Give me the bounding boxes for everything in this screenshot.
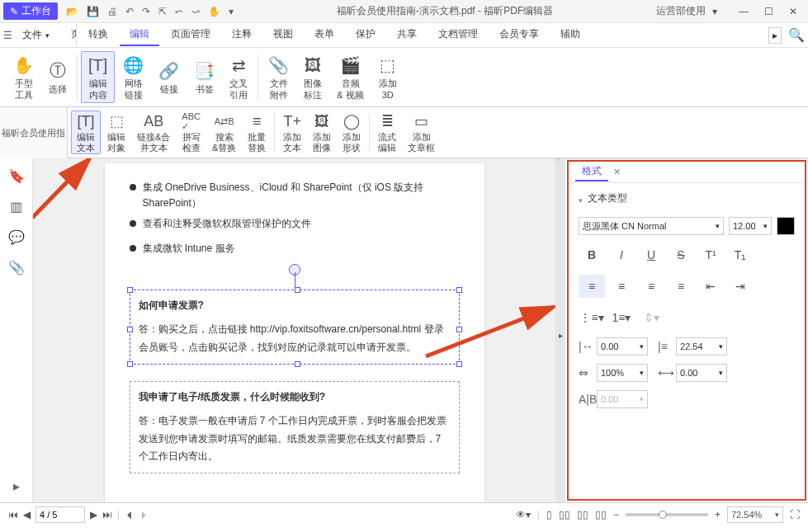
facing-continuous-button[interactable]: ▯▯ bbox=[595, 509, 607, 520]
web-link-tool[interactable]: 🌐网络 链接 bbox=[116, 51, 150, 103]
last-page-button[interactable]: ⏭ bbox=[102, 509, 112, 520]
select-tool[interactable]: Ⓣ选择 bbox=[42, 51, 73, 103]
edit-content-tool[interactable]: [T]编辑 内容 bbox=[81, 51, 115, 103]
tab-annotate[interactable]: 注释 bbox=[222, 24, 262, 46]
add-image-tool[interactable]: 🖼添加 图像 bbox=[308, 111, 336, 154]
page-number-input[interactable] bbox=[35, 506, 85, 523]
edit-text-tool[interactable]: [T]编辑 文本 bbox=[71, 111, 101, 154]
maximize-button[interactable]: ☐ bbox=[757, 3, 780, 20]
attachments-panel-icon[interactable]: 📎 bbox=[8, 260, 25, 275]
subscript-button[interactable]: T₁ bbox=[727, 243, 754, 266]
file-menu[interactable]: 文件 ▾ bbox=[16, 28, 56, 42]
prev-page-button[interactable]: ◀ bbox=[23, 509, 31, 520]
zoom-out-button[interactable]: − bbox=[613, 509, 619, 520]
bookmark-tool[interactable]: 📑书签 bbox=[187, 51, 221, 103]
ribbon-overflow-button[interactable]: ▸ bbox=[768, 27, 782, 44]
add-3d-tool[interactable]: ⬚添加 3D bbox=[372, 51, 404, 103]
underline-button[interactable]: U bbox=[638, 243, 664, 266]
hamburger-icon[interactable]: ☰ bbox=[3, 30, 12, 41]
document-tab[interactable]: 福昕会员使用指 bbox=[0, 107, 68, 158]
link-merge-text-tool[interactable]: AB链接&合 并文本 bbox=[132, 111, 175, 154]
panel-collapse-splitter[interactable]: ▸ bbox=[560, 158, 565, 502]
tab-view[interactable]: 视图 bbox=[263, 24, 303, 46]
org-dropdown-icon[interactable]: ▾ bbox=[712, 6, 717, 17]
indent-decrease-button[interactable]: ⇤ bbox=[697, 275, 724, 298]
zoom-slider[interactable] bbox=[626, 513, 708, 516]
close-panel-button[interactable]: ✕ bbox=[613, 167, 621, 177]
align-right-button[interactable]: ≡ bbox=[638, 275, 664, 298]
read-mode-button[interactable]: 👁▾ bbox=[516, 509, 531, 520]
next-page-button[interactable]: ▶ bbox=[90, 509, 97, 520]
tab-page-manage[interactable]: 页面管理 bbox=[161, 24, 220, 46]
bookmark-panel-icon[interactable]: 🔖 bbox=[8, 168, 25, 184]
open-icon[interactable]: 📂 bbox=[66, 6, 78, 17]
tab-form[interactable]: 表单 bbox=[305, 24, 344, 46]
zoom-thumb[interactable] bbox=[659, 511, 667, 519]
format-tab[interactable]: 格式 bbox=[575, 162, 608, 181]
chevron-down-icon[interactable]: ▾ bbox=[579, 196, 583, 205]
edit-object-tool[interactable]: ⬚编辑 对象 bbox=[102, 111, 130, 154]
attachment-tool[interactable]: 📎文件 附件 bbox=[262, 51, 295, 103]
align-left-button[interactable]: ≡ bbox=[579, 275, 605, 298]
back-button[interactable]: ⏴ bbox=[125, 509, 135, 520]
line-height-input[interactable]: 22.54▾ bbox=[676, 337, 727, 355]
line-spacing-dropdown[interactable]: ⇕▾ bbox=[638, 306, 664, 329]
undo-icon[interactable]: ↶ bbox=[125, 6, 134, 17]
facing-button[interactable]: ▯▯ bbox=[577, 509, 588, 520]
reflow-edit-tool[interactable]: ≣流式 编辑 bbox=[373, 111, 401, 154]
zoom-in-button[interactable]: + bbox=[715, 509, 721, 520]
crossref-tool[interactable]: ⇄交叉 引用 bbox=[223, 51, 254, 103]
tab-protect[interactable]: 保护 bbox=[346, 24, 385, 46]
bold-button[interactable]: B bbox=[579, 243, 605, 266]
search-icon[interactable]: 🔍 bbox=[788, 27, 805, 43]
hand-icon[interactable]: ✋ bbox=[208, 6, 220, 17]
add-text-tool[interactable]: T+添加 文本 bbox=[278, 111, 306, 154]
align-justify-button[interactable]: ≡ bbox=[668, 275, 694, 298]
tab-accessibility[interactable]: 辅助 bbox=[550, 24, 590, 46]
undo2-icon[interactable]: ⤺ bbox=[175, 6, 183, 17]
strikethrough-button[interactable]: S bbox=[668, 243, 694, 266]
align-center-button[interactable]: ≡ bbox=[608, 275, 635, 298]
font-size-select[interactable]: 12.00▾ bbox=[729, 217, 772, 235]
add-article-box-tool[interactable]: ▭添加 文章框 bbox=[403, 111, 440, 154]
tab-convert[interactable]: 转换 bbox=[78, 24, 118, 46]
tab-doc-manage[interactable]: 文档管理 bbox=[428, 24, 488, 46]
font-family-select[interactable]: 思源黑体 CN Normal▾ bbox=[579, 217, 724, 235]
export-icon[interactable]: ⇱ bbox=[158, 6, 167, 17]
first-page-button[interactable]: ⏮ bbox=[8, 509, 18, 520]
single-page-button[interactable]: ▯ bbox=[546, 509, 552, 520]
batch-replace-tool[interactable]: ≡批量 替换 bbox=[243, 111, 271, 154]
italic-button[interactable]: I bbox=[608, 243, 635, 266]
redo-icon[interactable]: ↷ bbox=[142, 6, 150, 17]
tab-page-partial[interactable]: 页 bbox=[61, 24, 77, 46]
image-annot-tool[interactable]: 🖼图像 标注 bbox=[297, 51, 328, 103]
search-replace-tool[interactable]: A⇄B搜索 &替换 bbox=[207, 111, 241, 154]
word-spacing-input[interactable]: 0.00▾ bbox=[676, 364, 727, 382]
tab-member[interactable]: 会员专享 bbox=[489, 24, 549, 46]
continuous-button[interactable]: ▯▯ bbox=[559, 509, 570, 520]
hand-tool[interactable]: ✋手型 工具 bbox=[7, 51, 40, 103]
zoom-value-select[interactable]: 72.54%▾ bbox=[727, 506, 783, 523]
font-color-picker[interactable] bbox=[777, 217, 795, 235]
text-block-selected[interactable]: 如何申请发票? 答：购买之后，点击链接 http://vip.foxitsoft… bbox=[130, 290, 460, 365]
expand-sidebar-button[interactable]: ▸ bbox=[13, 478, 20, 494]
baseline-input[interactable]: 0.00▾ bbox=[597, 390, 648, 408]
minimize-button[interactable]: ― bbox=[732, 3, 755, 20]
spellcheck-tool[interactable]: ABC✓拼写 检查 bbox=[177, 111, 206, 154]
workspace-button[interactable]: ✎ 工作台 bbox=[3, 2, 58, 20]
indent-increase-button[interactable]: ⇥ bbox=[727, 275, 754, 298]
superscript-button[interactable]: T¹ bbox=[697, 243, 724, 266]
redo2-icon[interactable]: ⤻ bbox=[191, 6, 200, 17]
hscale-input[interactable]: 100%▾ bbox=[597, 364, 648, 382]
text-block[interactable]: 我申请了电子/纸质发票，什么时候能收到? 答：电子发票一般在申请后 7 个工作日… bbox=[130, 381, 460, 473]
bullet-list-button[interactable]: ⋮≡▾ bbox=[579, 306, 605, 329]
pages-panel-icon[interactable]: ▥ bbox=[10, 199, 22, 214]
fullscreen-button[interactable]: ⛶ bbox=[790, 509, 800, 520]
link-tool[interactable]: 🔗链接 bbox=[152, 51, 186, 103]
media-tool[interactable]: 🎬音频 & 视频 bbox=[330, 51, 370, 103]
tab-edit[interactable]: 编辑 bbox=[120, 24, 159, 46]
tab-share[interactable]: 共享 bbox=[387, 24, 427, 46]
comments-panel-icon[interactable]: 💬 bbox=[8, 229, 25, 245]
print-icon[interactable]: 🖨 bbox=[107, 6, 117, 17]
char-spacing-input[interactable]: 0.00▾ bbox=[597, 337, 648, 355]
